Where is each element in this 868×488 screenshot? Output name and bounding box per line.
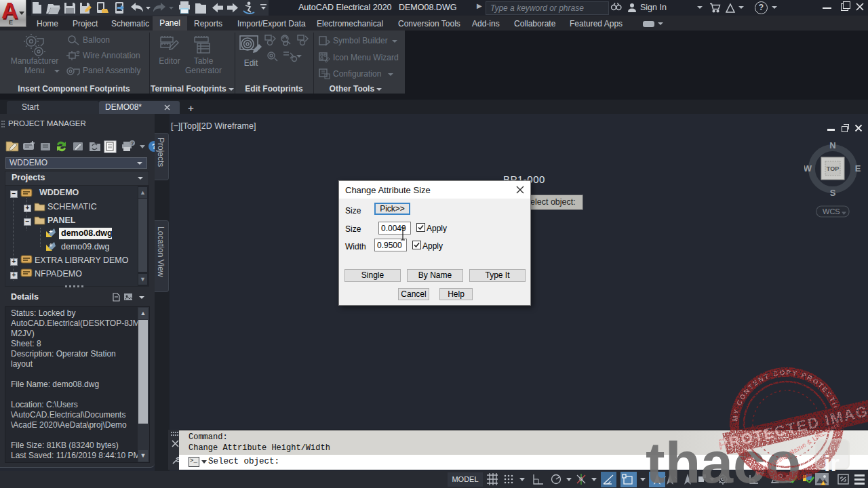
svg-text:E: E (855, 163, 861, 174)
svg-text:WCS: WCS (823, 207, 840, 216)
svg-text:N: N (829, 140, 835, 150)
svg-text:TOP: TOP (827, 165, 839, 172)
svg-text:?: ? (131, 141, 134, 146)
svg-text:S: S (830, 188, 836, 198)
svg-text:W: W (804, 163, 812, 174)
